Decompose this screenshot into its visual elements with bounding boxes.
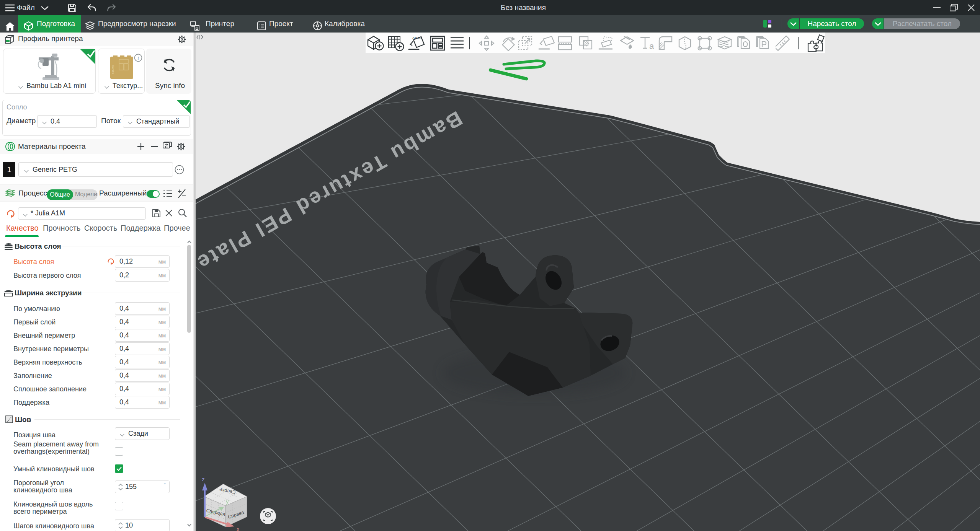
svg-text:x: x [237, 526, 240, 531]
svg-text:z: z [202, 476, 205, 482]
svg-text:a: a [649, 41, 654, 51]
svg-text:i: i [137, 55, 139, 61]
svg-text:AUTO: AUTO [412, 36, 422, 40]
svg-text:Bambu: Bambu [112, 65, 114, 74]
svg-text:y: y [226, 498, 229, 505]
